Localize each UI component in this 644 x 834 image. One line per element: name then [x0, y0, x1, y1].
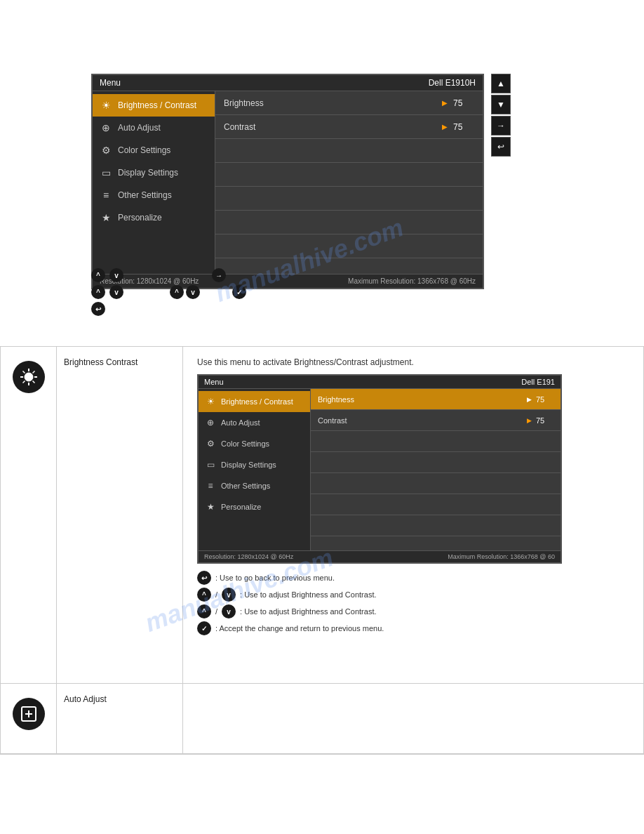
- bot-menu-label-other-settings: Other Settings: [221, 482, 270, 490]
- top-menu-label-personalize: Personalize: [118, 213, 162, 223]
- top-osd-content: Brightness ▶ 75 Contrast ▶ 75: [215, 91, 483, 274]
- bot-brightness-value: 75: [536, 395, 554, 404]
- top-menu-item-color-settings[interactable]: ⚙ Color Settings: [93, 139, 215, 161]
- top-contrast-arrow: ▶: [442, 123, 448, 131]
- nav-up-button[interactable]: ▲: [491, 74, 511, 93]
- top-empty-row-5: [215, 234, 483, 258]
- svg-line-7: [32, 371, 34, 373]
- bot-brightness-label: Brightness: [318, 395, 527, 404]
- top-menu-item-brightness[interactable]: ☀ Brightness / Contrast: [93, 94, 215, 117]
- bottom-osd-menu: ☀ Brightness / Contrast ⊕ Auto Adjust ⚙ …: [199, 389, 311, 550]
- top-menu-label-auto-adjust: Auto Adjust: [118, 123, 161, 133]
- ctrl-down3-icon: v: [186, 285, 200, 299]
- brightness-contrast-label: Brightness Contrast: [64, 357, 137, 367]
- auto-adjust-menu-icon: ⊕: [100, 121, 112, 134]
- bot-menu-item-personalize[interactable]: ★ Personalize: [199, 496, 310, 517]
- bot-menu-label-brightness: Brightness / Contrast: [221, 397, 293, 406]
- bot-other-settings-icon: ≡: [204, 479, 217, 492]
- top-menu-item-auto-adjust[interactable]: ⊕ Auto Adjust: [93, 117, 215, 139]
- ctrl-down-icon: v: [109, 268, 123, 282]
- nav-right-button[interactable]: →: [491, 116, 511, 135]
- bot-menu-item-color-settings[interactable]: ⚙ Color Settings: [199, 433, 310, 454]
- ctrl-right-label: →: [212, 268, 226, 282]
- bot-menu-item-auto-adjust[interactable]: ⊕ Auto Adjust: [199, 412, 310, 433]
- bot-menu-item-other-settings[interactable]: ≡ Other Settings: [199, 475, 310, 496]
- bottom-section: Brightness Contrast Use this menu to act…: [0, 347, 644, 755]
- bot-ctrl-row-4: ✓ : Accept the change and return to prev…: [197, 621, 629, 635]
- ctrl-up2-icon: ^: [91, 285, 105, 299]
- ctrl-back-icon: ↩: [91, 302, 105, 316]
- bottom-osd-footer-right: Maximum Resolution: 1366x768 @ 60: [448, 553, 555, 560]
- top-menu-label-color-settings: Color Settings: [118, 145, 170, 155]
- bottom-osd-footer: Resolution: 1280x1024 @ 60Hz Maximum Res…: [199, 550, 561, 562]
- svg-line-5: [22, 371, 25, 373]
- bot-empty-4: [311, 494, 561, 515]
- top-empty-row-3: [215, 187, 483, 211]
- bot-empty-2: [311, 452, 561, 473]
- top-osd-header-right: Dell E1910H: [429, 78, 476, 88]
- top-control-icons: ^ v → ^ v ^ v ✓ ↩: [91, 268, 484, 319]
- table-row-auto-adjust: Auto Adjust: [1, 684, 643, 754]
- top-menu-label-brightness: Brightness / Contrast: [118, 100, 196, 110]
- bot-personalize-icon: ★: [204, 501, 217, 513]
- top-menu-label-display-settings: Display Settings: [118, 168, 178, 178]
- brightness-desc-line1: Use this menu to activate Brightness/Con…: [197, 357, 629, 367]
- bot-check-text: : Accept the change and return to previo…: [215, 624, 384, 633]
- ctrl-check-icon: ✓: [232, 285, 246, 299]
- bot-menu-label-color-settings: Color Settings: [221, 439, 269, 448]
- bot-back-text: : Use to go back to previous menu.: [215, 574, 335, 582]
- top-osd-menu: ☀ Brightness / Contrast ⊕ Auto Adjust ⚙ …: [93, 91, 215, 274]
- top-contrast-value: 75: [453, 122, 474, 132]
- nav-down-button[interactable]: ▼: [491, 95, 511, 114]
- bot-menu-item-brightness[interactable]: ☀ Brightness / Contrast: [199, 391, 310, 412]
- bot-menu-item-display-settings[interactable]: ▭ Display Settings: [199, 454, 310, 475]
- top-empty-row-2: [215, 163, 483, 187]
- ctrl-arrow-icon: →: [212, 268, 226, 282]
- top-menu-label-other-settings: Other Settings: [118, 190, 172, 200]
- bot-empty-3: [311, 473, 561, 494]
- ctrl-updown-label: ^ v: [170, 285, 200, 299]
- top-empty-row-4: [215, 211, 483, 234]
- top-menu-item-personalize[interactable]: ★ Personalize: [93, 206, 215, 229]
- bot-up-sep: /: [215, 590, 217, 599]
- brightness-icon-circle: [13, 361, 45, 393]
- main-table: Brightness Contrast Use this menu to act…: [0, 347, 644, 755]
- bot-ctrl-row-1: ↩ : Use to go back to previous menu.: [197, 571, 629, 585]
- table-row-brightness: Brightness Contrast Use this menu to act…: [1, 347, 643, 684]
- bot-display-settings-icon: ▭: [204, 458, 217, 471]
- auto-adjust-icon-circle: [13, 698, 45, 730]
- svg-line-6: [32, 381, 34, 383]
- brightness-label-col: Brightness Contrast: [57, 347, 183, 683]
- bot-updown2-text: : Use to adjust Brightness and Contrast.: [240, 607, 376, 616]
- bot-empty-1: [311, 431, 561, 452]
- bottom-osd-container: Menu Dell E191 ☀ Brightness / Contrast ⊕…: [197, 374, 562, 564]
- bot-color-settings-icon: ⚙: [204, 437, 217, 450]
- auto-adjust-label: Auto Adjust: [64, 694, 107, 704]
- bot-ctrl-row-2: ^ / v : Use to adjust Brightness and Con…: [197, 588, 629, 602]
- top-osd-container: Menu Dell E1910H ☀ Brightness / Contrast…: [91, 74, 484, 289]
- bot-check-icon: ✓: [197, 621, 211, 635]
- nav-back-button[interactable]: ↩: [491, 137, 511, 157]
- bot-menu-label-display-settings: Display Settings: [221, 461, 276, 469]
- top-brightness-label: Brightness: [224, 98, 442, 108]
- side-nav-buttons: ▲ ▼ → ↩: [491, 74, 512, 157]
- bot-brightness-icon: ☀: [204, 395, 217, 408]
- top-menu-item-other-settings[interactable]: ≡ Other Settings: [93, 184, 215, 206]
- brightness-contrast-menu-icon: ☀: [100, 99, 112, 112]
- bottom-ctrl-icons: ↩ : Use to go back to previous menu. ^ /…: [197, 571, 629, 635]
- ctrl-up-icon: ^: [91, 268, 105, 282]
- top-brightness-arrow: ▶: [442, 99, 448, 107]
- top-empty-row-1: [215, 139, 483, 163]
- ctrl-down2-icon: v: [109, 285, 123, 299]
- bot-menu-label-auto-adjust: Auto Adjust: [221, 418, 260, 427]
- brightness-icon-col: [1, 347, 57, 683]
- bot-back-icon: ↩: [197, 571, 211, 585]
- auto-adjust-label-col: Auto Adjust: [57, 684, 183, 753]
- top-contrast-row: Contrast ▶ 75: [215, 115, 483, 139]
- top-brightness-row: Brightness ▶ 75: [215, 91, 483, 115]
- bottom-osd-body: ☀ Brightness / Contrast ⊕ Auto Adjust ⚙ …: [199, 389, 561, 550]
- bot-up-icon: ^: [197, 588, 211, 602]
- top-menu-item-display-settings[interactable]: ▭ Display Settings: [93, 161, 215, 184]
- ctrl-check-label: ✓: [232, 285, 246, 299]
- brightness-desc-col: Use this menu to activate Brightness/Con…: [183, 347, 643, 683]
